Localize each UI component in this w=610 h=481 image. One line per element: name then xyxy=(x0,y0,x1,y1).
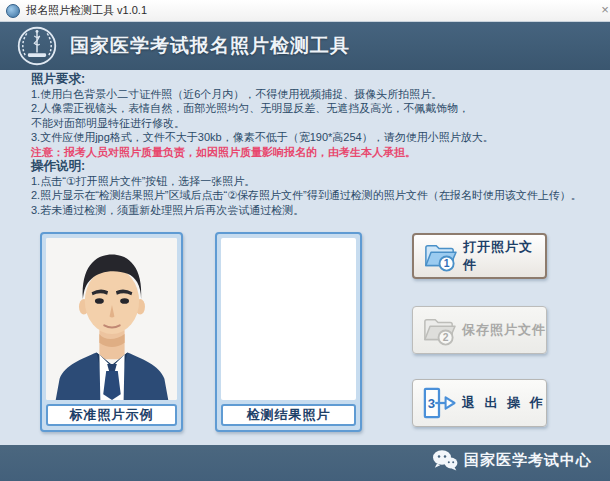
sample-photo-label: 标准照片示例 xyxy=(46,404,177,426)
close-icon[interactable]: × xyxy=(596,1,610,19)
save-photo-button[interactable]: 2 保存照片文件 xyxy=(412,306,547,354)
requirement-line: 1.使用白色背景小二寸证件照（近6个月内），不得使用视频捕捉、摄像头所拍照片。 xyxy=(31,87,606,101)
exit-button[interactable]: 3 退 出 操 作 xyxy=(412,379,547,427)
window-title: 报名照片检测工具 v1.0.1 xyxy=(26,3,147,18)
svg-text:1: 1 xyxy=(444,258,450,269)
svg-text:2: 2 xyxy=(443,332,449,343)
photo-check-tool-window: 报名照片检测工具 v1.0.1 × 国家医学考试报名照片检测工具 照片要求: 1… xyxy=(0,0,610,481)
header-banner: 国家医学考试报名照片检测工具 xyxy=(0,22,610,70)
sample-portrait-photo xyxy=(46,238,177,400)
instructions-heading: 操作说明: xyxy=(31,159,606,174)
title-bar[interactable]: 报名照片检测工具 v1.0.1 × xyxy=(0,0,610,22)
info-text-block: 照片要求: 1.使用白色背景小二寸证件照（近6个月内），不得使用视频捕捉、摄像头… xyxy=(31,72,606,217)
result-photo-area xyxy=(221,238,356,400)
open-photo-button-label: 打开照片文件 xyxy=(463,238,545,274)
notice-line: 注意：报考人员对照片质量负责，如因照片质量影响报名的，由考生本人承担。 xyxy=(31,145,606,159)
exit-button-label: 退 出 操 作 xyxy=(462,394,546,412)
footer-bar: 国家医学考试中心 xyxy=(0,445,610,481)
instruction-line: 2.照片显示在“检测结果照片”区域后点击“②保存照片文件”得到通过检测的照片文件… xyxy=(31,188,606,202)
open-folder-icon: 1 xyxy=(421,240,459,272)
wechat-icon xyxy=(432,449,458,471)
result-photo-frame: 检测结果照片 xyxy=(215,232,362,432)
app-icon xyxy=(6,4,20,18)
requirements-heading: 照片要求: xyxy=(31,72,606,87)
svg-text:3: 3 xyxy=(428,396,435,411)
requirement-line: 3.文件应使用jpg格式，文件不大于30kb，像素不低于（宽190*高254），… xyxy=(31,130,606,144)
save-folder-icon: 2 xyxy=(420,314,458,346)
open-photo-button[interactable]: 1 打开照片文件 xyxy=(412,233,547,279)
footer-brand-text: 国家医学考试中心 xyxy=(464,451,592,470)
requirement-line: 不能对面部明显特征进行修改。 xyxy=(31,116,606,130)
instruction-line: 1.点击“①打开照片文件”按钮，选择一张照片。 xyxy=(31,174,606,188)
footer-brand: 国家医学考试中心 xyxy=(432,449,592,471)
instruction-line: 3.若未通过检测，须重新处理照片后再次尝试通过检测。 xyxy=(31,203,606,217)
exit-door-arrow-icon: 3 xyxy=(420,387,458,419)
male-portrait-image xyxy=(46,238,177,400)
sample-photo-frame: 标准照片示例 xyxy=(40,232,183,432)
page-title: 国家医学考试报名照片检测工具 xyxy=(70,33,350,59)
result-photo-label: 检测结果照片 xyxy=(221,404,356,426)
nmec-emblem-icon xyxy=(16,25,58,67)
save-photo-button-label: 保存照片文件 xyxy=(462,321,546,339)
requirement-line: 2.人像需正视镜头，表情自然，面部光照均匀、无明显反差、无遮挡及高光，不佩戴饰物… xyxy=(31,101,606,115)
